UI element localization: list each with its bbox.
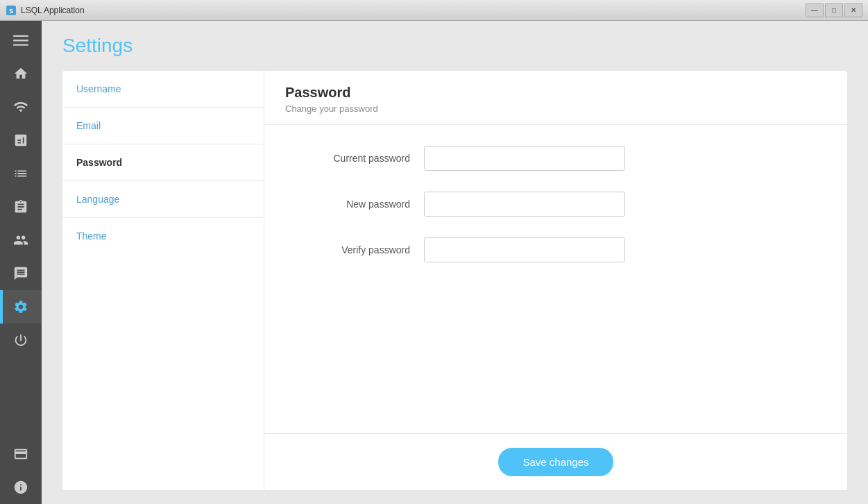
settings-content: Password Change your password Current pa… — [264, 71, 847, 490]
section-title: Password — [285, 85, 826, 101]
nav-item-username[interactable]: Username — [62, 71, 264, 108]
sidebar-item-home[interactable] — [0, 57, 42, 90]
settings-header: Password Change your password — [264, 71, 847, 125]
close-button[interactable]: ✕ — [844, 3, 862, 17]
sidebar-item-power[interactable] — [0, 324, 42, 357]
titlebar: S LSQL Application — □ ✕ — [0, 0, 868, 21]
minimize-button[interactable]: — — [806, 3, 824, 17]
main-content: Settings Username Email Password Languag… — [42, 21, 868, 504]
sidebar-item-card[interactable] — [0, 437, 42, 471]
settings-nav: Username Email Password Language Theme — [62, 71, 264, 490]
sidebar-item-info[interactable] — [0, 471, 42, 504]
sidebar-item-people[interactable] — [0, 224, 42, 257]
settings-footer: Save changes — [264, 433, 847, 490]
titlebar-left: S LSQL Application — [6, 5, 85, 16]
verify-password-row: Verify password — [299, 237, 812, 262]
titlebar-controls: — □ ✕ — [806, 3, 862, 17]
nav-item-theme[interactable]: Theme — [62, 218, 264, 254]
section-subtitle: Change your password — [285, 103, 826, 114]
sidebar-item-checklist[interactable] — [0, 157, 42, 190]
sidebar-item-settings[interactable] — [0, 290, 42, 324]
new-password-input[interactable] — [424, 192, 625, 217]
titlebar-title: LSQL Application — [21, 6, 85, 15]
save-changes-button[interactable]: Save changes — [498, 448, 613, 476]
verify-password-input[interactable] — [424, 237, 625, 262]
sidebar-item-menu[interactable] — [0, 24, 42, 57]
svg-rect-4 — [13, 44, 28, 46]
new-password-label: New password — [299, 199, 424, 210]
verify-password-label: Verify password — [299, 244, 424, 255]
svg-rect-2 — [13, 35, 28, 37]
app-icon: S — [6, 5, 17, 16]
nav-item-password[interactable]: Password — [62, 144, 264, 181]
sidebar-item-analytics[interactable] — [0, 124, 42, 157]
sidebar-item-inbox[interactable] — [0, 190, 42, 224]
current-password-row: Current password — [299, 146, 812, 171]
page-title: Settings — [62, 35, 847, 57]
nav-item-language[interactable]: Language — [62, 181, 264, 218]
content-area: Username Email Password Language Theme P… — [62, 71, 847, 490]
sidebar — [0, 21, 42, 504]
active-indicator — [0, 290, 3, 324]
current-password-label: Current password — [299, 153, 424, 164]
maximize-button[interactable]: □ — [825, 3, 843, 17]
nav-item-email[interactable]: Email — [62, 108, 264, 144]
app-container: Settings Username Email Password Languag… — [0, 21, 868, 504]
sidebar-item-wifi[interactable] — [0, 90, 42, 124]
settings-body: Current password New password Verify pas… — [264, 125, 847, 433]
svg-text:S: S — [9, 8, 13, 15]
current-password-input[interactable] — [424, 146, 625, 171]
sidebar-item-chat[interactable] — [0, 257, 42, 290]
svg-rect-3 — [13, 40, 28, 41]
new-password-row: New password — [299, 192, 812, 217]
